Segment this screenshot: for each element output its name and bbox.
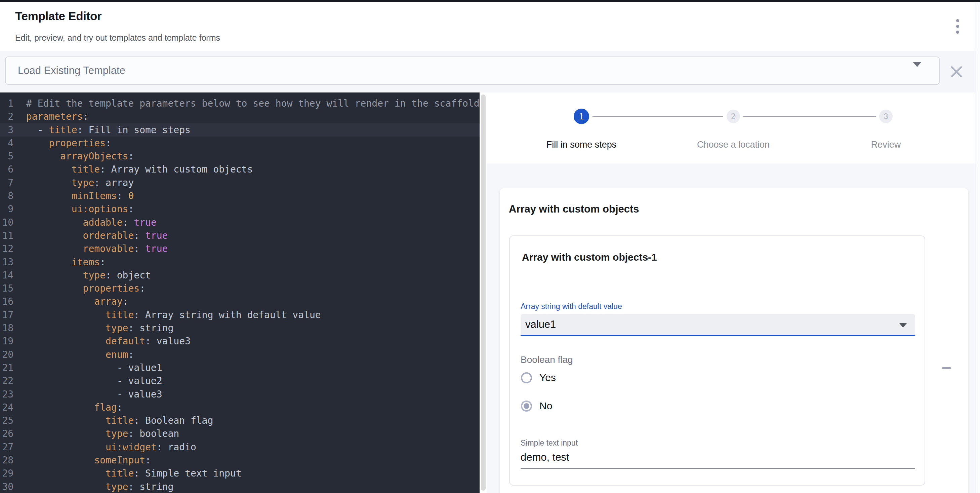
template-preview-panel: 1Fill in some steps2Choose a location3Re…: [487, 93, 976, 493]
radio-option-yes[interactable]: Yes: [521, 372, 556, 383]
editor-line[interactable]: 10 addable: true: [0, 216, 480, 229]
editor-line[interactable]: 28 someInput:: [0, 454, 480, 467]
step-3-label: Review: [819, 140, 953, 150]
editor-line[interactable]: 23 - value3: [0, 388, 480, 401]
editor-line[interactable]: 8 minItems: 0: [0, 189, 480, 203]
code-text: title: Boolean flag: [26, 415, 213, 426]
editor-scrollbar-track[interactable]: [480, 93, 487, 493]
step-1-label: Fill in some steps: [514, 140, 649, 150]
radio-options: YesNo: [521, 372, 556, 428]
step-connector: [743, 116, 876, 117]
load-template-placeholder: Load Existing Template: [18, 57, 126, 84]
editor-line[interactable]: 13 items:: [0, 255, 480, 269]
editor-line[interactable]: 4 properties:: [0, 137, 480, 150]
editor-line[interactable]: 24 flag:: [0, 401, 480, 414]
line-number: 11: [0, 229, 13, 242]
code-text: - title: Fill in some steps: [26, 124, 191, 136]
editor-line[interactable]: 17 title: Array string with default valu…: [0, 308, 480, 321]
page-header: Template Editor Edit, preview, and try o…: [0, 2, 980, 51]
kebab-menu-icon: [956, 25, 959, 28]
more-options-button[interactable]: [947, 16, 967, 37]
editor-line[interactable]: 1# Edit the template parameters below to…: [0, 97, 480, 110]
editor-line[interactable]: 26 type: boolean: [0, 427, 480, 440]
line-number: 9: [0, 203, 13, 215]
line-number: 21: [0, 361, 13, 374]
editor-line[interactable]: 3 - title: Fill in some steps: [0, 123, 480, 137]
line-number: 25: [0, 414, 13, 427]
code-text: array:: [26, 296, 128, 307]
line-number: 17: [0, 308, 13, 321]
page-scrollbar-track[interactable]: [976, 2, 980, 493]
code-text: type: array: [26, 177, 134, 188]
load-existing-template-select[interactable]: Load Existing Template: [5, 56, 940, 85]
chevron-down-icon[interactable]: [899, 323, 907, 327]
editor-line[interactable]: 19 default: value3: [0, 335, 480, 348]
simple-text-input-label: Simple text input: [520, 439, 578, 448]
editor-line[interactable]: 20 enum:: [0, 348, 480, 361]
input-underline: [520, 468, 915, 469]
page-subtitle: Edit, preview, and try out templates and…: [15, 33, 220, 43]
template-loader-bar: Load Existing Template: [0, 51, 980, 93]
kebab-menu-icon: [956, 30, 959, 34]
line-number: 28: [0, 454, 13, 467]
code-text: title: Array with custom objects: [26, 164, 253, 175]
editor-line[interactable]: 2parameters:: [0, 110, 480, 123]
line-number: 2: [0, 110, 13, 123]
editor-line[interactable]: 16 array:: [0, 295, 480, 308]
editor-line[interactable]: 30 type: string: [0, 480, 480, 493]
editor-line[interactable]: 14 type: object: [0, 269, 480, 282]
code-text: title: Array string with default value: [26, 310, 321, 321]
line-number: 5: [0, 150, 13, 163]
editor-line[interactable]: 21 - value1: [0, 361, 480, 374]
code-text: type: string: [26, 481, 173, 492]
close-icon[interactable]: [949, 64, 964, 79]
editor-line[interactable]: 29 title: Simple text input: [0, 467, 480, 480]
code-text: removable: true: [26, 243, 168, 254]
simple-text-input[interactable]: demo, test: [520, 451, 915, 469]
editor-line[interactable]: 11 orderable: true: [0, 229, 480, 242]
code-text: type: object: [26, 270, 151, 281]
chevron-down-icon[interactable]: [913, 62, 921, 67]
line-number: 19: [0, 335, 13, 348]
simple-text-input-value: demo, test: [520, 451, 569, 463]
step-2-circle: 2: [727, 110, 740, 123]
code-text: properties:: [26, 283, 145, 294]
editor-line[interactable]: 5 arrayObjects:: [0, 150, 480, 163]
yaml-code-editor[interactable]: 1# Edit the template parameters below to…: [0, 93, 480, 493]
step-1-circle: 1: [574, 108, 589, 124]
radio-option-label: Yes: [539, 372, 556, 383]
form-background: Array with custom objects Array with cus…: [487, 163, 976, 493]
editor-line[interactable]: 12 removable: true: [0, 242, 480, 255]
code-text: - value1: [26, 362, 162, 373]
radio-unselected-icon[interactable]: [521, 372, 532, 383]
array-string-select[interactable]: value1: [520, 314, 915, 336]
code-text: - value3: [26, 389, 162, 400]
editor-line[interactable]: 9 ui:options:: [0, 203, 480, 215]
line-number: 10: [0, 216, 13, 229]
line-number: 26: [0, 427, 13, 440]
remove-array-item-button[interactable]: [938, 360, 955, 376]
radio-option-no[interactable]: No: [521, 400, 556, 412]
radio-selected-icon[interactable]: [521, 400, 532, 412]
array-string-select-value: value1: [525, 314, 556, 335]
stepper: 1Fill in some steps2Choose a location3Re…: [487, 93, 976, 164]
line-number: 23: [0, 388, 13, 401]
kebab-menu-icon: [956, 19, 959, 22]
editor-scrollbar-thumb[interactable]: [481, 94, 486, 491]
editor-line[interactable]: 22 - value2: [0, 374, 480, 388]
line-number: 16: [0, 295, 13, 308]
code-text: properties:: [26, 137, 111, 148]
editor-line[interactable]: 6 title: Array with custom objects: [0, 163, 480, 176]
editor-line[interactable]: 27 ui:widget: radio: [0, 440, 480, 454]
code-text: addable: true: [26, 217, 157, 228]
editor-line[interactable]: 18 type: string: [0, 321, 480, 335]
code-text: parameters:: [26, 111, 88, 122]
editor-line[interactable]: 7 type: array: [0, 176, 480, 189]
editor-line[interactable]: 15 properties:: [0, 282, 480, 295]
line-number: 8: [0, 189, 13, 203]
editor-line[interactable]: 25 title: Boolean flag: [0, 414, 480, 427]
editor-lines: 1# Edit the template parameters below to…: [0, 97, 480, 493]
code-text: minItems: 0: [26, 190, 134, 201]
line-number: 15: [0, 282, 13, 295]
line-number: 12: [0, 242, 13, 255]
